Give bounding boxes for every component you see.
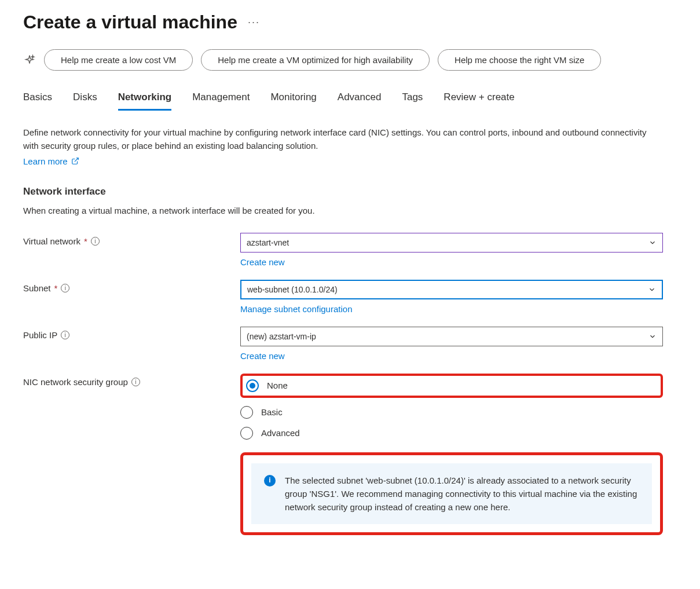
- learn-more-label: Learn more: [23, 156, 68, 166]
- info-icon[interactable]: i: [91, 237, 100, 246]
- networking-description: Define network connectivity for your vir…: [23, 126, 660, 153]
- suggestion-right-size-button[interactable]: Help me choose the right VM size: [438, 49, 601, 71]
- tab-networking[interactable]: Networking: [118, 92, 172, 111]
- row-subnet: Subnet * i web-subnet (10.0.1.0/24) Mana…: [23, 280, 700, 314]
- info-icon[interactable]: i: [131, 378, 140, 386]
- tab-basics[interactable]: Basics: [23, 92, 52, 111]
- public-ip-value: (new) azstart-vm-ip: [247, 332, 316, 341]
- info-badge-icon: i: [264, 475, 276, 486]
- nsg-radio-basic[interactable]: Basic: [240, 406, 663, 419]
- nsg-label-text: NIC network security group: [23, 377, 128, 387]
- copilot-suggestion-row: Help me create a low cost VM Help me cre…: [23, 49, 700, 71]
- nsg-info-text: The selected subnet 'web-subnet (10.0.1.…: [285, 474, 639, 514]
- required-star: *: [54, 283, 58, 293]
- tab-tags[interactable]: Tags: [402, 92, 423, 111]
- nsg-info-highlight: i The selected subnet 'web-subnet (10.0.…: [240, 452, 663, 536]
- virtual-network-select[interactable]: azstart-vnet: [240, 233, 663, 253]
- vnet-create-new-link[interactable]: Create new: [240, 257, 285, 267]
- subnet-manage-link[interactable]: Manage subnet configuration: [240, 304, 352, 314]
- tab-disks[interactable]: Disks: [73, 92, 97, 111]
- subnet-value: web-subnet (10.0.1.0/24): [247, 285, 338, 294]
- tab-review[interactable]: Review + create: [444, 92, 514, 111]
- radio-icon: [246, 379, 259, 392]
- tab-management[interactable]: Management: [192, 92, 250, 111]
- label-virtual-network: Virtual network * i: [23, 233, 240, 246]
- label-subnet: Subnet * i: [23, 280, 240, 293]
- suggestion-high-availability-button[interactable]: Help me create a VM optimized for high a…: [201, 49, 430, 71]
- subnet-label-text: Subnet: [23, 283, 51, 293]
- public-ip-select[interactable]: (new) azstart-vm-ip: [240, 327, 663, 346]
- row-nsg: NIC network security group i None Basic …: [23, 374, 700, 536]
- page-title: Create a virtual machine: [23, 12, 237, 33]
- learn-more-link[interactable]: Learn more: [23, 156, 79, 166]
- public-ip-label-text: Public IP: [23, 330, 57, 340]
- radio-icon: [240, 406, 253, 419]
- tab-monitoring[interactable]: Monitoring: [270, 92, 316, 111]
- nsg-radio-advanced-label: Advanced: [261, 428, 300, 438]
- chevron-down-icon: [648, 332, 657, 341]
- copilot-icon: [23, 54, 36, 67]
- info-icon[interactable]: i: [61, 284, 69, 292]
- vnet-label-text: Virtual network: [23, 236, 80, 246]
- row-virtual-network: Virtual network * i azstart-vnet Create …: [23, 233, 700, 267]
- tab-bar: Basics Disks Networking Management Monit…: [23, 92, 700, 111]
- nsg-radio-none[interactable]: None: [246, 379, 288, 392]
- tab-advanced[interactable]: Advanced: [338, 92, 382, 111]
- chevron-down-icon: [648, 286, 656, 294]
- nsg-radio-group: None Basic Advanced: [240, 374, 663, 440]
- nsg-radio-none-highlight: None: [240, 374, 663, 398]
- nsg-radio-advanced[interactable]: Advanced: [240, 427, 663, 440]
- subnet-select[interactable]: web-subnet (10.0.1.0/24): [240, 280, 663, 299]
- network-interface-heading: Network interface: [23, 186, 700, 197]
- nsg-info-box: i The selected subnet 'web-subnet (10.0.…: [251, 463, 652, 525]
- more-icon[interactable]: ···: [248, 16, 260, 28]
- required-star: *: [84, 236, 87, 246]
- chevron-down-icon: [648, 239, 657, 247]
- label-nsg: NIC network security group i: [23, 374, 240, 387]
- page-header: Create a virtual machine ···: [23, 12, 700, 33]
- virtual-network-value: azstart-vnet: [247, 238, 289, 247]
- info-icon[interactable]: i: [61, 331, 69, 339]
- row-public-ip: Public IP i (new) azstart-vm-ip Create n…: [23, 327, 700, 361]
- suggestion-low-cost-button[interactable]: Help me create a low cost VM: [44, 49, 193, 71]
- radio-icon: [240, 427, 253, 440]
- nsg-radio-none-label: None: [267, 381, 288, 390]
- external-link-icon: [71, 157, 79, 165]
- public-ip-create-new-link[interactable]: Create new: [240, 351, 285, 361]
- nsg-radio-basic-label: Basic: [261, 407, 283, 417]
- label-public-ip: Public IP i: [23, 327, 240, 340]
- network-interface-subtext: When creating a virtual machine, a netwo…: [23, 206, 700, 215]
